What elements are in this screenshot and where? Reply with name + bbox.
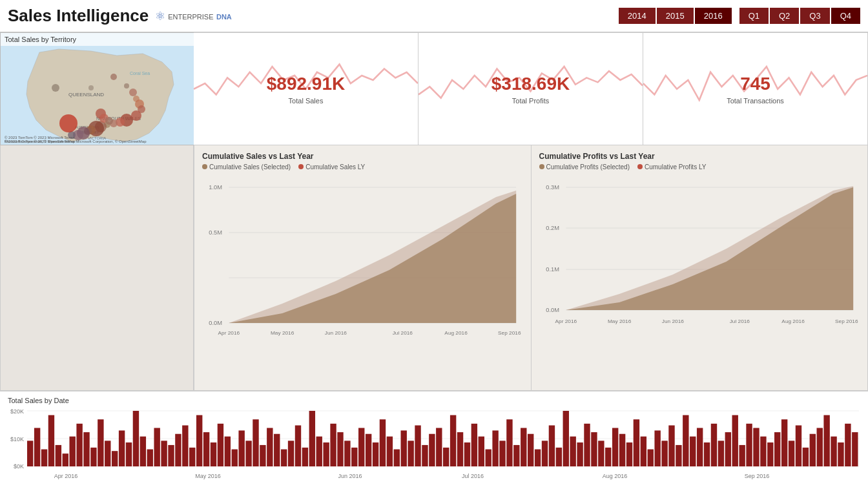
bar <box>626 442 632 466</box>
bar <box>718 441 724 466</box>
kpi-profits-value: $318.69K <box>426 74 635 94</box>
svg-text:Aug 2016: Aug 2016 <box>603 473 628 479</box>
map-dot <box>105 117 113 125</box>
bar <box>436 428 442 466</box>
kpi-profits-content: $318.69K Total Profits <box>426 74 635 105</box>
bar <box>584 424 590 466</box>
bar <box>570 437 575 466</box>
bar <box>394 450 400 466</box>
bar <box>344 441 350 466</box>
bar <box>351 448 357 466</box>
header-left: Sales Intelligence ⚛ ENTERPRISE DNA <box>8 6 232 26</box>
kpi-total-transactions: 745 Total Transactions <box>643 32 868 145</box>
bar <box>245 441 251 466</box>
bar <box>542 441 548 466</box>
bar <box>196 415 202 466</box>
kpi-transactions-value: 745 <box>651 74 860 94</box>
bar <box>838 442 843 466</box>
legend-sales-selected: Cumulative Sales (Selected) <box>202 163 291 171</box>
bar <box>760 437 766 466</box>
cumulative-profits-chart: Cumulative Profits vs Last Year Cumulati… <box>532 145 869 391</box>
svg-text:May 2016: May 2016 <box>271 330 294 336</box>
bar <box>281 450 287 466</box>
svg-text:May 2016: May 2016 <box>195 473 221 479</box>
q3-button[interactable]: Q3 <box>800 8 829 24</box>
bar <box>83 432 89 466</box>
bar <box>605 448 611 466</box>
bar <box>140 437 146 466</box>
bar <box>260 445 265 466</box>
logo: ⚛ ENTERPRISE DNA <box>155 9 232 23</box>
bar <box>168 445 174 466</box>
bar <box>189 448 195 466</box>
bar <box>810 434 816 466</box>
bar <box>676 445 681 466</box>
bar-chart-title: Total Sales by Date <box>8 397 860 404</box>
svg-text:Apr 2016: Apr 2016 <box>218 330 240 336</box>
year-2015-button[interactable]: 2015 <box>657 8 694 24</box>
bar <box>429 434 435 466</box>
bar <box>366 434 371 466</box>
bar <box>774 432 780 466</box>
kpi-total-sales: $892.91K Total Sales <box>194 32 418 145</box>
bar <box>401 430 407 466</box>
svg-text:$0K: $0K <box>14 463 24 470</box>
svg-text:Jul 2016: Jul 2016 <box>729 318 750 324</box>
bar <box>753 428 759 466</box>
bar <box>225 437 231 466</box>
bar <box>654 430 660 466</box>
cumulative-sales-svg: 1.0M 0.5M 0.0M Apr 2016 May 2016 Jun 201… <box>202 174 523 349</box>
cumulative-sales-title: Cumulative Sales vs Last Year <box>202 152 523 161</box>
bar <box>817 428 823 466</box>
bar <box>56 445 61 466</box>
bar <box>661 441 667 466</box>
map-panel: Total Sales by Territory QUEENSLAND NEW … <box>0 32 194 145</box>
bar <box>161 441 167 466</box>
bar <box>288 441 294 466</box>
svg-text:Apr 2016: Apr 2016 <box>54 473 78 479</box>
svg-text:$20K: $20K <box>10 408 24 415</box>
bar-chart-svg: $20K $10K $0K Apr 2016 May 2016 Jun 2016… <box>8 406 860 483</box>
q2-button[interactable]: Q2 <box>770 8 799 24</box>
bar <box>528 434 533 466</box>
map-dot <box>124 83 129 88</box>
bar <box>683 415 688 466</box>
q4-button[interactable]: Q4 <box>831 8 860 24</box>
bar <box>330 424 336 466</box>
bar <box>492 430 498 466</box>
bar <box>668 425 674 466</box>
bar <box>549 425 555 466</box>
bar <box>323 442 329 466</box>
logo-enterprise: ENTERPRISE <box>168 13 213 21</box>
bar <box>732 415 738 466</box>
bar <box>69 437 75 466</box>
bar <box>387 437 393 466</box>
map-dot <box>129 88 137 96</box>
legend-sales-ly: Cumulative Sales LY <box>298 163 365 171</box>
bar <box>641 437 646 466</box>
bar <box>90 448 96 466</box>
bar <box>746 424 752 466</box>
svg-text:0.1M: 0.1M <box>546 266 559 273</box>
year-2016-button[interactable]: 2016 <box>695 8 732 24</box>
bar <box>27 441 33 466</box>
svg-text:0.0M: 0.0M <box>546 307 559 313</box>
svg-text:Apr 2016: Apr 2016 <box>555 318 577 324</box>
svg-text:Jun 2016: Jun 2016 <box>325 330 347 336</box>
bar <box>443 448 449 466</box>
year-2014-button[interactable]: 2014 <box>619 8 656 24</box>
bar <box>739 445 745 466</box>
bar <box>76 424 82 466</box>
bar <box>823 415 829 466</box>
coral-sea-label: Coral Sea <box>130 71 150 76</box>
kpi-transactions-content: 745 Total Transactions <box>651 74 860 105</box>
middle-row: Cumulative Sales vs Last Year Cumulative… <box>0 145 868 391</box>
q1-button[interactable]: Q1 <box>739 8 769 24</box>
svg-text:1.0M: 1.0M <box>209 184 222 191</box>
map-copyright-static: © 2023 TomTom © 2023 Microsoft TermsMicr… <box>5 136 75 143</box>
kpi-transactions-label: Total Transactions <box>651 97 860 105</box>
bar <box>34 428 40 466</box>
kpi-profits-label: Total Profits <box>426 97 635 105</box>
bar <box>479 437 484 466</box>
top-row: Total Sales by Territory QUEENSLAND NEW … <box>0 32 868 145</box>
